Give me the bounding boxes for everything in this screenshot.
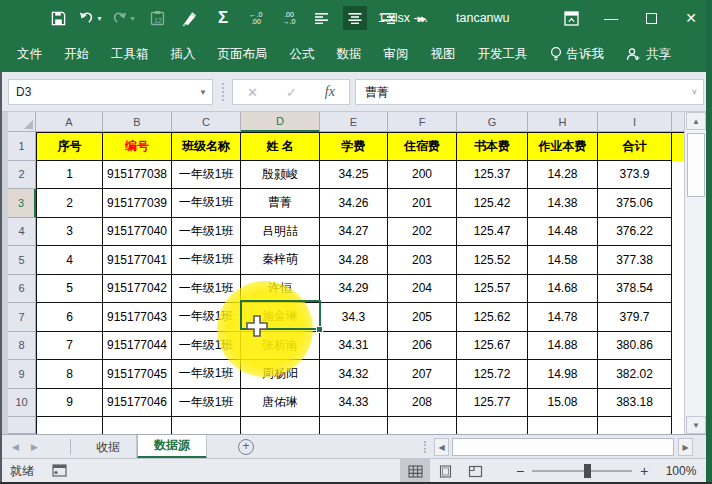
cell-I7[interactable]: 379.7: [598, 303, 672, 332]
column-header-H[interactable]: H: [528, 112, 598, 132]
normal-view-icon[interactable]: [400, 459, 430, 483]
cell-G9[interactable]: 125.72: [457, 360, 528, 389]
insert-function-icon[interactable]: fx: [325, 84, 335, 100]
fill-handle[interactable]: [316, 326, 323, 333]
hscroll-right-icon[interactable]: ▶: [678, 438, 693, 456]
cell-A11[interactable]: [36, 417, 103, 434]
minimize-icon[interactable]: —: [598, 5, 624, 31]
cell-B1[interactable]: 编号: [103, 132, 172, 161]
ribbon-tab-页面布局[interactable]: 页面布局: [207, 36, 279, 72]
cell-D5[interactable]: 秦梓萌: [241, 246, 320, 275]
ribbon-tab-开始[interactable]: 开始: [53, 36, 100, 72]
enter-icon[interactable]: ✓: [286, 85, 297, 100]
cell-H3[interactable]: 14.38: [528, 189, 598, 218]
sheet-tab-数据源[interactable]: 数据源: [137, 435, 207, 459]
cell-B4[interactable]: 915177040: [103, 218, 172, 247]
cell-E3[interactable]: 34.26: [320, 189, 388, 218]
close-icon[interactable]: ✕: [678, 5, 704, 31]
cell-E7[interactable]: 34.3: [320, 303, 388, 332]
row-header-3[interactable]: 3: [8, 189, 36, 218]
cell-F2[interactable]: 200: [388, 161, 457, 190]
sheet-tab-收据[interactable]: 收据: [80, 435, 137, 459]
column-header-F[interactable]: F: [388, 112, 457, 132]
cell-I4[interactable]: 376.22: [598, 218, 672, 247]
cell-H1[interactable]: 作业本费: [528, 132, 598, 161]
cell-H2[interactable]: 14.28: [528, 161, 598, 190]
cell-G11[interactable]: [457, 417, 528, 434]
increase-decimal-icon[interactable]: ←.0 .00: [244, 6, 268, 30]
vertical-scrollbar[interactable]: ▲ ▼: [684, 112, 706, 434]
cell-A5[interactable]: 4: [36, 246, 103, 275]
cell-H5[interactable]: 14.58: [528, 246, 598, 275]
cell-A6[interactable]: 5: [36, 275, 103, 304]
cell-I11[interactable]: [598, 417, 672, 434]
cell-I3[interactable]: 375.06: [598, 189, 672, 218]
cell-F3[interactable]: 201: [388, 189, 457, 218]
cell-F4[interactable]: 202: [388, 218, 457, 247]
cell-I6[interactable]: 378.54: [598, 275, 672, 304]
page-layout-view-icon[interactable]: [430, 459, 460, 483]
cell-F7[interactable]: 205: [388, 303, 457, 332]
cell-C10[interactable]: 一年级1班: [172, 389, 241, 418]
cell-D3[interactable]: 曹菁: [241, 189, 320, 218]
scroll-down-icon[interactable]: ▼: [686, 416, 706, 434]
column-header-E[interactable]: E: [320, 112, 388, 132]
cell-A4[interactable]: 3: [36, 218, 103, 247]
format-painter-icon[interactable]: [178, 6, 202, 30]
row-header-6[interactable]: 6: [8, 275, 36, 304]
cell-A10[interactable]: 9: [36, 389, 103, 418]
ribbon-tab-视图[interactable]: 视图: [420, 36, 467, 72]
cell-B3[interactable]: 915177039: [103, 189, 172, 218]
ribbon-display-options-icon[interactable]: [558, 5, 584, 31]
cell-H6[interactable]: 14.68: [528, 275, 598, 304]
ribbon-tab-告诉我[interactable]: 告诉我: [539, 36, 616, 72]
formula-input[interactable]: 曹菁 ˅: [355, 79, 704, 105]
prev-sheet-icon[interactable]: ◀: [12, 442, 19, 452]
cell-E6[interactable]: 34.29: [320, 275, 388, 304]
cell-I5[interactable]: 377.38: [598, 246, 672, 275]
horizontal-scroll-thumb[interactable]: [452, 438, 674, 456]
cell-C9[interactable]: 一年级1班: [172, 360, 241, 389]
cell-B7[interactable]: 915177043: [103, 303, 172, 332]
cell-I10[interactable]: 383.18: [598, 389, 672, 418]
cell-H7[interactable]: 14.78: [528, 303, 598, 332]
macro-record-icon[interactable]: [52, 464, 67, 480]
cell-G2[interactable]: 125.37: [457, 161, 528, 190]
cell-C4[interactable]: 一年级1班: [172, 218, 241, 247]
cell-B11[interactable]: [103, 417, 172, 434]
cell-E11[interactable]: [320, 417, 388, 434]
cell-A8[interactable]: 7: [36, 332, 103, 361]
zoom-out-icon[interactable]: −: [516, 463, 524, 479]
cell-E8[interactable]: 34.31: [320, 332, 388, 361]
account-name[interactable]: tancanwu: [456, 0, 510, 36]
cell-C11[interactable]: [172, 417, 241, 434]
ribbon-tab-数据[interactable]: 数据: [326, 36, 373, 72]
cell-F10[interactable]: 208: [388, 389, 457, 418]
redo-icon[interactable]: ▼: [112, 6, 136, 30]
next-sheet-icon[interactable]: ▶: [31, 442, 38, 452]
cell-G1[interactable]: 书本费: [457, 132, 528, 161]
cell-D4[interactable]: 吕明喆: [241, 218, 320, 247]
ribbon-tab-文件[interactable]: 文件: [6, 36, 53, 72]
autosum-icon[interactable]: Σ: [211, 6, 235, 30]
cell-B2[interactable]: 915177038: [103, 161, 172, 190]
row-header-10[interactable]: 10: [8, 389, 36, 418]
row-header-5[interactable]: 5: [8, 246, 36, 275]
column-header-G[interactable]: G: [457, 112, 528, 132]
undo-icon[interactable]: ▼: [79, 6, 103, 30]
new-sheet-button[interactable]: +: [238, 439, 254, 455]
cell-B9[interactable]: 915177045: [103, 360, 172, 389]
cell-A7[interactable]: 6: [36, 303, 103, 332]
hscroll-left-icon[interactable]: ◀: [434, 438, 449, 456]
cell-H11[interactable]: [528, 417, 598, 434]
paste-number-icon[interactable]: 12: [145, 6, 169, 30]
cell-D2[interactable]: 殷颢峻: [241, 161, 320, 190]
name-box-dropdown-icon[interactable]: ▼: [199, 88, 207, 97]
page-break-preview-icon[interactable]: [460, 459, 490, 483]
cell-H9[interactable]: 14.98: [528, 360, 598, 389]
decrease-decimal-icon[interactable]: .00 →.0: [277, 6, 301, 30]
ribbon-tab-公式[interactable]: 公式: [279, 36, 326, 72]
cell-D11[interactable]: [241, 417, 320, 434]
select-all-corner[interactable]: [8, 112, 36, 132]
save-icon[interactable]: [46, 6, 70, 30]
